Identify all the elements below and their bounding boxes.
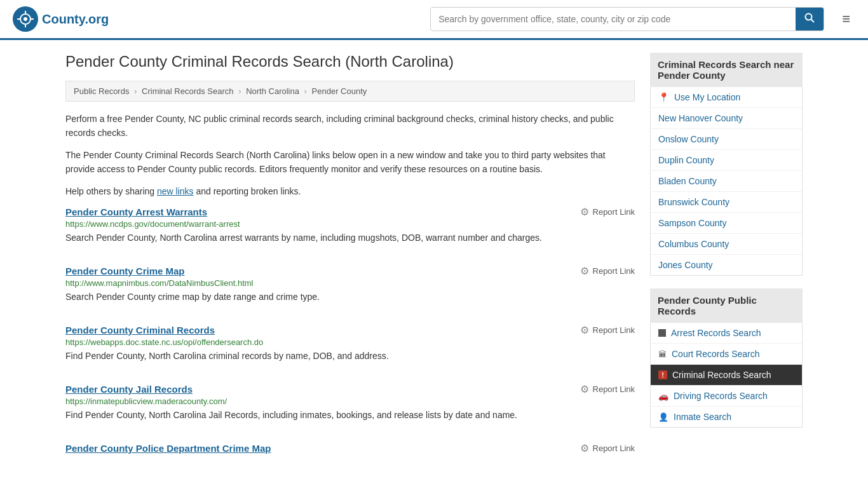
record-desc: Find Pender County, North Carolina crimi… [65,349,635,363]
public-record-link[interactable]: Inmate Search [674,412,731,422]
breadcrumb-criminal-records[interactable]: Criminal Records Search [142,86,234,96]
logo-county: County [42,12,85,26]
report-icon: ⚙ [580,383,589,395]
description-1: Perform a free Pender County, NC public … [65,112,635,140]
record-url: https://inmatepublicview.maderacounty.co… [65,396,635,406]
person-icon: 👤 [658,412,668,422]
public-record-item[interactable]: !Criminal Records Search [651,365,802,386]
svg-point-7 [806,14,812,20]
record-desc: Search Pender County, North Carolina arr… [65,231,635,245]
records-container: Pender County Arrest Warrants ⚙ Report L… [65,206,635,457]
record-title-row: Pender County Criminal Records ⚙ Report … [65,324,635,336]
new-links-link[interactable]: new links [157,186,194,196]
nearby-list: 📍 Use My Location New Hanover CountyOnsl… [650,87,803,276]
public-record-item[interactable]: 🏛Court Records Search [651,344,802,365]
record-item: Pender County Arrest Warrants ⚙ Report L… [65,206,635,247]
report-icon: ⚙ [580,265,589,277]
svg-line-8 [811,20,815,23]
sidebar: Criminal Records Search near Pender Coun… [650,53,803,475]
record-title-link[interactable]: Pender County Jail Records [65,384,193,395]
record-title-row: Pender County Police Department Crime Ma… [65,442,635,454]
nearby-county-link[interactable]: Columbus County [658,239,729,249]
description-3: Help others by sharing new links and rep… [65,184,635,198]
report-label[interactable]: Report Link [593,325,635,335]
public-records-section: Pender County Public Records Arrest Reco… [650,288,803,428]
record-title-link[interactable]: Pender County Arrest Warrants [65,207,207,217]
nearby-county-item[interactable]: Sampson County [651,213,802,234]
report-link[interactable]: ⚙ Report Link [580,206,635,218]
breadcrumb: Public Records › Criminal Records Search… [65,81,635,102]
record-title-link[interactable]: Pender County Police Department Crime Ma… [65,443,271,454]
use-my-location-item[interactable]: 📍 Use My Location [651,87,802,108]
nearby-county-link[interactable]: Onslow County [658,134,719,144]
report-icon: ⚙ [580,206,589,218]
logo-link[interactable]: County.org [13,6,109,32]
record-title-link[interactable]: Pender County Crime Map [65,266,185,276]
svg-point-2 [24,17,27,21]
car-icon: 🚗 [658,391,668,401]
record-item: Pender County Crime Map ⚙ Report Link ht… [65,265,635,306]
use-my-location-link[interactable]: Use My Location [674,92,740,102]
report-label[interactable]: Report Link [593,207,635,217]
nearby-section: Criminal Records Search near Pender Coun… [650,53,803,276]
square-icon [658,329,666,337]
nearby-county-item[interactable]: Onslow County [651,129,802,150]
report-link[interactable]: ⚙ Report Link [580,265,635,277]
nearby-header: Criminal Records Search near Pender Coun… [650,53,803,87]
search-input[interactable] [431,9,796,29]
building-icon: 🏛 [658,349,667,359]
public-record-item[interactable]: Arrest Records Search [651,323,802,344]
public-record-item[interactable]: 👤Inmate Search [651,407,802,427]
breadcrumb-north-carolina[interactable]: North Carolina [246,86,299,96]
report-icon: ⚙ [580,442,589,454]
exclaim-icon: ! [658,370,667,379]
nearby-county-link[interactable]: Sampson County [658,218,726,228]
report-link[interactable]: ⚙ Report Link [580,383,635,395]
nearby-county-item[interactable]: Jones County [651,255,802,275]
public-records-header: Pender County Public Records [650,288,803,323]
report-label[interactable]: Report Link [593,444,635,453]
nearby-county-item[interactable]: New Hanover County [651,108,802,129]
nearby-county-item[interactable]: Bladen County [651,171,802,192]
nearby-county-link[interactable]: New Hanover County [658,113,743,123]
record-title-link[interactable]: Pender County Criminal Records [65,325,215,336]
breadcrumb-public-records[interactable]: Public Records [74,86,129,96]
content-area: Pender County Criminal Records Search (N… [65,53,635,475]
location-icon: 📍 [658,92,669,102]
record-url: https://www.ncdps.gov/document/warrant-a… [65,219,635,229]
logo-text: County.org [42,12,109,27]
main-container: Pender County Criminal Records Search (N… [53,40,815,487]
nearby-county-link[interactable]: Jones County [658,260,713,270]
nearby-county-link[interactable]: Bladen County [658,176,717,186]
report-label[interactable]: Report Link [593,266,635,276]
nearby-county-link[interactable]: Duplin County [658,155,714,165]
public-record-link[interactable]: Driving Records Search [674,391,768,401]
report-link[interactable]: ⚙ Report Link [580,324,635,336]
record-item: Pender County Criminal Records ⚙ Report … [65,324,635,365]
page-title: Pender County Criminal Records Search (N… [65,53,635,71]
public-record-item[interactable]: 🚗Driving Records Search [651,386,802,407]
search-button[interactable] [796,8,824,30]
record-url: https://webapps.doc.state.nc.us/opi/offe… [65,337,635,347]
nearby-county-item[interactable]: Brunswick County [651,192,802,213]
report-label[interactable]: Report Link [593,384,635,394]
record-desc: Find Pender County, North Carolina Jail … [65,409,635,422]
description-2: The Pender County Criminal Records Searc… [65,148,635,177]
report-link[interactable]: ⚙ Report Link [580,442,635,454]
nearby-county-item[interactable]: Columbus County [651,234,802,255]
nearby-county-item[interactable]: Duplin County [651,150,802,171]
nearby-county-link[interactable]: Brunswick County [658,197,729,207]
record-item: Pender County Jail Records ⚙ Report Link… [65,383,635,424]
site-header: County.org ≡ [0,0,868,40]
menu-button[interactable]: ≡ [837,8,855,30]
search-bar [430,7,824,31]
public-record-link[interactable]: Court Records Search [672,349,760,359]
record-url: http://www.mapnimbus.com/DataNimbusClien… [65,278,635,288]
breadcrumb-pender-county[interactable]: Pender County [312,86,367,96]
logo-icon [13,6,38,32]
public-record-link[interactable]: Arrest Records Search [671,328,761,338]
record-title-row: Pender County Jail Records ⚙ Report Link [65,383,635,395]
public-record-link[interactable]: Criminal Records Search [672,370,771,380]
report-icon: ⚙ [580,324,589,336]
record-item: Pender County Police Department Crime Ma… [65,442,635,457]
